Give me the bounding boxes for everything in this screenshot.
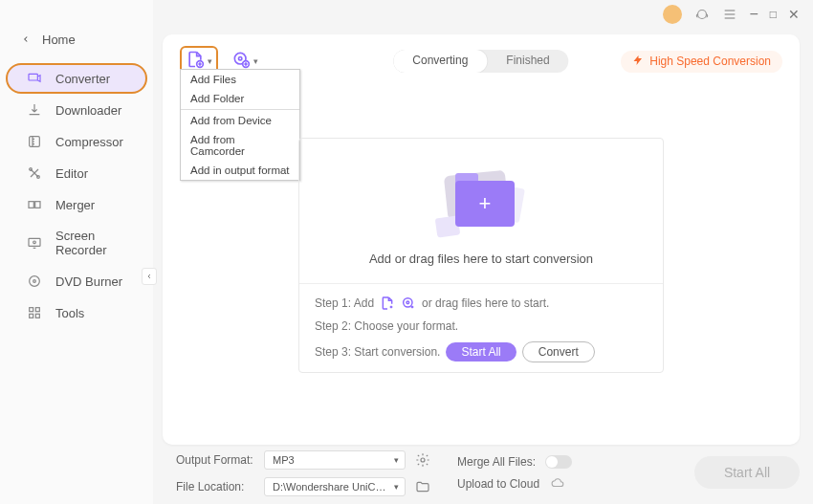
download-icon <box>27 102 42 118</box>
bolt-icon <box>632 55 644 69</box>
chevron-down-icon: ▾ <box>208 56 212 66</box>
collapse-sidebar-handle[interactable] <box>142 268 157 285</box>
svg-point-22 <box>404 298 412 307</box>
svg-rect-17 <box>35 314 39 318</box>
sidebar-item-converter[interactable]: Converter <box>6 63 147 94</box>
add-dropdown-menu: Add Files Add Folder Add from Device Add… <box>180 69 300 181</box>
menu-add-folder[interactable]: Add Folder <box>181 89 299 108</box>
sidebar-item-label: Compressor <box>55 135 123 149</box>
converter-icon <box>27 71 42 86</box>
svg-point-23 <box>406 301 409 304</box>
minimize-button[interactable]: − <box>749 6 758 23</box>
menu-divider <box>181 109 299 110</box>
drop-zone-text: Add or drag files here to start conversi… <box>369 252 593 266</box>
output-format-value: MP3 <box>273 454 295 466</box>
steps-panel: Step 1: Add or drag files here to start.… <box>299 283 663 370</box>
svg-rect-15 <box>35 308 39 312</box>
add-disc-icon[interactable] <box>401 296 416 311</box>
output-format-select[interactable]: MP3 ▾ <box>264 450 406 470</box>
folder-illustration: + <box>438 167 524 238</box>
svg-point-13 <box>33 280 36 283</box>
high-speed-label: High Speed Conversion <box>649 55 771 68</box>
sidebar-item-dvd-burner[interactable]: DVD Burner <box>6 266 147 296</box>
back-home[interactable]: Home <box>0 27 153 62</box>
home-label: Home <box>42 33 76 47</box>
svg-point-24 <box>421 458 425 462</box>
merge-files-label: Merge All Files: <box>457 455 536 469</box>
start-all-button[interactable]: Start All <box>446 342 516 362</box>
file-location-select[interactable]: D:\Wondershare UniConverter 1 ▾ <box>264 477 406 496</box>
chevron-down-icon: ▾ <box>253 56 258 66</box>
tools-icon <box>27 305 42 320</box>
drop-zone[interactable]: + Add or drag files here to start conver… <box>298 138 664 373</box>
compressor-icon <box>27 134 42 149</box>
menu-add-files[interactable]: Add Files <box>181 70 299 89</box>
sidebar-item-merger[interactable]: Merger <box>6 189 147 220</box>
chevron-down-icon: ▾ <box>394 482 399 492</box>
file-location-value: D:\Wondershare UniConverter 1 <box>273 481 387 493</box>
maximize-button[interactable]: □ <box>770 8 777 21</box>
sidebar-item-label: Screen Recorder <box>55 229 138 257</box>
svg-point-11 <box>33 241 36 244</box>
output-format-label: Output Format: <box>176 453 254 467</box>
svg-point-12 <box>30 276 40 287</box>
dvd-icon <box>27 274 42 289</box>
high-speed-badge[interactable]: High Speed Conversion <box>621 51 782 73</box>
svg-rect-4 <box>29 74 37 80</box>
open-folder-icon[interactable] <box>415 479 430 494</box>
svg-rect-16 <box>30 314 33 318</box>
upload-cloud-label: Upload to Cloud <box>457 477 539 491</box>
sidebar-item-label: Downloader <box>55 103 121 118</box>
step2-text: Step 2: Choose your format. <box>315 318 458 334</box>
step1-text-a: Step 1: Add <box>315 296 374 311</box>
user-avatar[interactable] <box>663 5 682 24</box>
start-all-main-button[interactable]: Start All <box>694 456 800 489</box>
add-file-icon[interactable] <box>380 296 395 311</box>
svg-rect-8 <box>29 202 33 208</box>
menu-add-camcorder[interactable]: Add from Camcorder <box>181 130 299 161</box>
svg-point-20 <box>239 57 242 60</box>
menu-add-output[interactable]: Add in output format <box>181 161 299 180</box>
svg-rect-9 <box>35 202 40 208</box>
convert-button[interactable]: Convert <box>522 341 595 362</box>
step3-text: Step 3: Start conversion. <box>315 344 440 360</box>
sidebar-item-label: Converter <box>55 72 110 86</box>
sidebar-item-label: DVD Burner <box>55 274 122 289</box>
sidebar-item-editor[interactable]: Editor <box>6 158 147 188</box>
menu-icon[interactable] <box>722 7 737 22</box>
tab-finished[interactable]: Finished <box>487 50 568 73</box>
cloud-icon[interactable] <box>549 476 566 493</box>
close-button[interactable]: ✕ <box>788 7 800 22</box>
svg-point-0 <box>698 11 707 19</box>
support-icon[interactable] <box>693 6 711 23</box>
sidebar-item-downloader[interactable]: Downloader <box>6 95 147 125</box>
sidebar-item-label: Tools <box>55 306 84 320</box>
sidebar: Home Converter Downloader Compressor Edi… <box>0 0 153 504</box>
sidebar-item-screen-recorder[interactable]: Screen Recorder <box>6 221 147 265</box>
menu-add-device[interactable]: Add from Device <box>181 111 299 130</box>
tab-converting[interactable]: Converting <box>393 50 487 73</box>
chevron-left-icon <box>21 33 31 47</box>
sidebar-item-compressor[interactable]: Compressor <box>6 126 147 157</box>
editor-icon <box>27 165 42 181</box>
screen-recorder-icon <box>27 235 42 251</box>
step1-text-b: or drag files here to start. <box>422 296 549 311</box>
sidebar-item-label: Merger <box>55 198 95 212</box>
svg-rect-10 <box>29 238 40 246</box>
sidebar-item-label: Editor <box>55 166 88 181</box>
merger-icon <box>27 197 42 212</box>
settings-gear-icon[interactable] <box>415 452 430 468</box>
merge-toggle[interactable] <box>545 455 572 469</box>
sidebar-item-tools[interactable]: Tools <box>6 297 147 328</box>
conversion-tabs: Converting Finished <box>393 50 568 73</box>
chevron-down-icon: ▾ <box>394 455 399 465</box>
file-location-label: File Location: <box>176 480 254 493</box>
main-panel: ▾ ▾ Converting Finished High Speed Conve… <box>163 34 800 445</box>
svg-rect-14 <box>30 308 33 312</box>
